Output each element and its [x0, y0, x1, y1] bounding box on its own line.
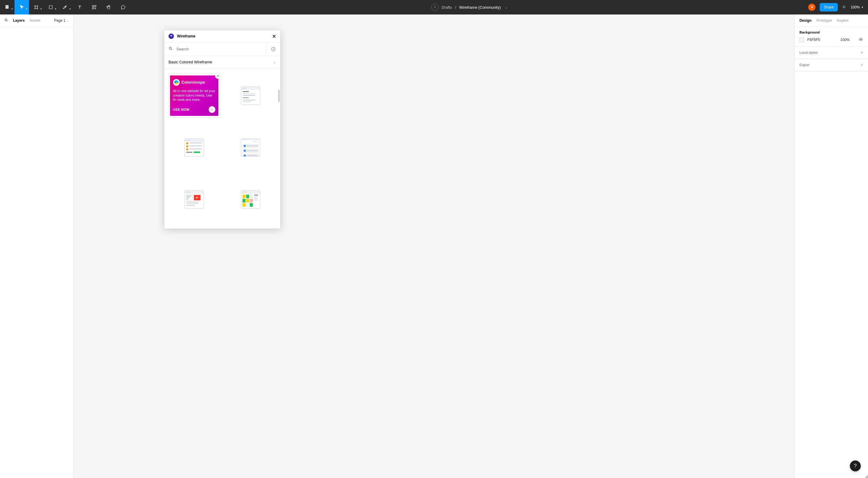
svg-point-10	[5, 19, 7, 21]
present-button[interactable]	[842, 5, 846, 10]
tab-layers[interactable]: Layers	[13, 19, 25, 23]
promo-copy: All in one website for all your creative…	[173, 89, 215, 102]
left-panel-tabs: Layers Assets Page 1 ⌄	[0, 14, 73, 27]
svg-rect-0	[6, 5, 7, 7]
promo-cta[interactable]: USE NOW →	[173, 106, 215, 113]
promo-cta-label: USE NOW	[173, 107, 190, 112]
share-button[interactable]: Share	[820, 3, 838, 11]
right-panel-tabs: Design Prototype Inspect	[795, 14, 868, 27]
search-icon	[168, 46, 173, 52]
chevron-down-icon[interactable]: ⌄	[505, 6, 507, 9]
add-style-button[interactable]: +	[861, 50, 863, 55]
visibility-icon[interactable]	[859, 37, 863, 42]
svg-rect-2	[7, 5, 8, 7]
tab-inspect[interactable]: Inspect	[837, 19, 848, 23]
export-title: Export	[800, 63, 809, 67]
resources-tool-button[interactable]	[87, 0, 101, 14]
comment-tool-button[interactable]	[116, 0, 130, 14]
page-selector[interactable]: Page 1 ⌄	[54, 19, 69, 23]
color-swatch[interactable]	[800, 37, 804, 42]
promo-brand-name: Colorsinspo	[182, 80, 205, 85]
toolbar-right: V Share 100% ▾	[808, 3, 868, 11]
help-button[interactable]: ?	[850, 460, 861, 471]
section-title: Basic Colored Wireframe	[168, 60, 212, 64]
main-menu-button[interactable]: ▾	[0, 0, 14, 14]
svg-point-9	[434, 6, 436, 7]
close-icon[interactable]: ✕	[272, 34, 276, 39]
right-panel: Design Prototype Inspect Background F5F5…	[794, 14, 868, 478]
local-styles-title: Local styles	[800, 51, 817, 54]
popover-title: Wireframe	[177, 34, 195, 38]
background-row[interactable]: F5F5F5 100%	[800, 37, 863, 42]
local-styles-section: Local styles +	[795, 46, 868, 59]
workspace: Layers Assets Page 1 ⌄ Wireframe ✕	[0, 14, 868, 478]
background-section: Background F5F5F5 100%	[795, 27, 868, 46]
chevron-down-icon: ▾	[26, 7, 27, 10]
arrow-right-icon: →	[209, 106, 215, 113]
asset-item[interactable]	[223, 226, 278, 229]
shape-tool-button[interactable]: ▾	[43, 0, 58, 14]
search-box	[164, 42, 266, 56]
popover-header: Wireframe ✕	[164, 30, 280, 42]
chevron-down-icon: ⌄	[273, 60, 276, 64]
text-tool-button[interactable]	[72, 0, 87, 14]
breadcrumb: Drafts / Wireframe (Community) ⌄	[130, 4, 808, 11]
zoom-value: 100%	[850, 5, 860, 9]
svg-point-5	[65, 6, 66, 7]
chevron-down-icon: ▾	[55, 7, 56, 10]
tab-prototype[interactable]: Prototype	[816, 19, 832, 23]
assets-grid: ✕ Colorsinspo All in one website for all…	[166, 70, 278, 229]
add-export-button[interactable]: +	[861, 63, 863, 67]
background-opacity[interactable]: 100%	[840, 38, 849, 42]
svg-point-11	[169, 47, 171, 49]
zoom-control[interactable]: 100% ▾	[850, 5, 863, 9]
page-label: Page 1	[54, 19, 65, 23]
document-name[interactable]: Wireframe (Community)	[459, 5, 501, 10]
canvas[interactable]: Wireframe ✕ Basic Colored Wireframe ⌄	[74, 14, 794, 478]
frame-tool-button[interactable]: ▾	[29, 0, 43, 14]
colorsinspo-logo-icon	[173, 79, 180, 86]
pen-tool-button[interactable]: ▾	[58, 0, 72, 14]
promo-brand: Colorsinspo	[173, 79, 215, 86]
asset-item[interactable]	[223, 70, 278, 121]
svg-point-3	[7, 7, 9, 9]
asset-item[interactable]	[166, 122, 222, 173]
move-tool-button[interactable]: ▾	[14, 0, 29, 14]
window-resize-handle[interactable]	[865, 475, 868, 478]
svg-point-14	[861, 39, 862, 40]
svg-rect-8	[92, 8, 94, 9]
popover-section-header[interactable]: Basic Colored Wireframe ⌄	[164, 56, 280, 68]
current-user-avatar[interactable]: V	[808, 4, 815, 11]
asset-item[interactable]: +	[223, 122, 278, 173]
popover-search-row	[164, 42, 280, 56]
promo-close-icon[interactable]: ✕	[215, 73, 220, 79]
asset-item[interactable]	[223, 174, 278, 225]
chevron-down-icon: ▾	[69, 7, 71, 10]
chevron-down-icon: ▾	[11, 7, 13, 10]
asset-item[interactable]	[166, 226, 222, 229]
svg-rect-6	[92, 5, 94, 7]
breadcrumb-separator: /	[455, 5, 456, 10]
assets-popover: Wireframe ✕ Basic Colored Wireframe ⌄	[164, 30, 280, 229]
hand-tool-button[interactable]	[101, 0, 116, 14]
search-input[interactable]	[176, 47, 261, 51]
tab-assets[interactable]: Assets	[30, 19, 40, 23]
background-hex[interactable]: F5F5F5	[807, 38, 820, 42]
chevron-down-icon: ⌄	[67, 19, 69, 22]
owner-avatar-icon[interactable]	[431, 4, 438, 11]
search-icon[interactable]	[4, 18, 8, 23]
asset-item[interactable]	[166, 174, 222, 225]
promo-card-cell: ✕ Colorsinspo All in one website for all…	[166, 70, 222, 121]
top-toolbar: ▾ ▾ ▾ ▾ ▾	[0, 0, 868, 14]
popover-body[interactable]: ✕ Colorsinspo All in one website for all…	[164, 68, 280, 229]
chevron-down-icon: ▾	[40, 7, 42, 10]
tab-design[interactable]: Design	[800, 19, 811, 23]
info-button[interactable]	[266, 42, 280, 56]
chevron-down-icon: ▾	[862, 6, 863, 9]
promo-card[interactable]: ✕ Colorsinspo All in one website for all…	[168, 74, 220, 118]
promo-content: Colorsinspo All in one website for all y…	[170, 75, 218, 116]
svg-rect-1	[6, 7, 7, 8]
breadcrumb-root[interactable]: Drafts	[441, 5, 452, 10]
left-panel: Layers Assets Page 1 ⌄	[0, 14, 74, 478]
background-title: Background	[800, 31, 863, 34]
